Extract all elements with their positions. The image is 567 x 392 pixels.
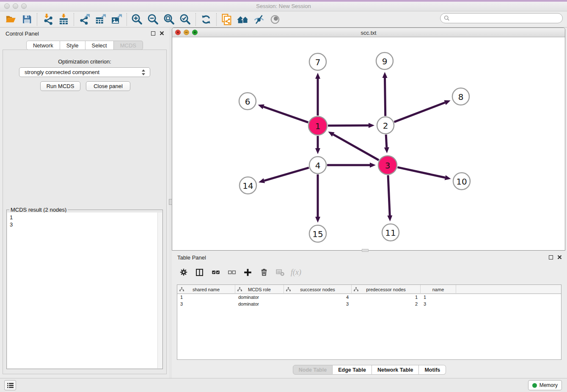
refresh-view-icon[interactable] [198,12,214,27]
task-history-button[interactable] [4,380,16,390]
table-panel: Table Panel [172,251,567,378]
export-table-icon[interactable] [92,12,108,27]
column-header-successor-nodes[interactable]: successor nodes [284,285,352,294]
search-icon [444,15,450,21]
table-cell[interactable]: 4 [284,294,352,301]
open-file-icon[interactable] [3,12,19,27]
zoom-selected-icon[interactable] [177,12,193,27]
criterion-dropdown[interactable]: strongly connected component [19,67,150,77]
graph-node-10[interactable]: 10 [453,173,470,190]
table-rows: 1dominator4113dominator323 [177,294,561,307]
float-table-panel-icon[interactable] [549,255,553,259]
toolbar-separator [216,13,217,26]
list-icon [7,382,14,389]
close-panel-icon[interactable] [160,31,164,36]
table-panel-title: Table Panel [177,254,206,261]
graph-edge-1-6[interactable] [258,105,308,123]
table-cell[interactable]: 2 [352,301,421,307]
function-builder-icon[interactable]: f(x) [290,266,302,279]
mcds-result-list[interactable]: 13 [7,213,162,368]
create-column-icon[interactable] [242,266,253,279]
graph-node-9[interactable]: 9 [376,52,393,69]
graph-edge-4-14[interactable] [259,168,309,183]
graph-node-8[interactable]: 8 [452,88,469,105]
graph-edge-2-9[interactable] [383,72,388,116]
graph-edge-2-3[interactable] [384,135,389,153]
table-row[interactable]: 3dominator323 [177,301,561,307]
tab-style[interactable]: Style [60,41,85,50]
graph-edge-1-4[interactable] [315,136,320,154]
import-table-icon[interactable] [55,12,72,27]
tab-motifs[interactable]: Motifs [419,365,446,375]
first-neighbors-icon[interactable] [235,12,251,27]
graph-node-6[interactable]: 6 [239,93,256,110]
tab-node-table[interactable]: Node Table [293,365,333,375]
graph-edge-4-3[interactable] [327,163,376,168]
result-scrollbar[interactable] [157,213,162,368]
table-cell[interactable]: 3 [421,301,456,307]
column-header-MCDS-role[interactable]: MCDS role [235,285,284,294]
delete-table-icon[interactable] [274,266,286,279]
table-cell[interactable]: dominator [235,301,284,307]
titlebar-accent [0,0,567,2]
table-mode-gear-icon[interactable] [178,266,189,279]
deselect-all-icon[interactable] [226,266,237,279]
run-mcds-button[interactable]: Run MCDS [40,81,80,91]
search-input[interactable] [452,14,562,22]
graph-node-14[interactable]: 14 [239,177,256,194]
column-header-name[interactable]: name [421,285,456,294]
graph-node-3[interactable]: 3 [378,156,397,174]
close-panel-button[interactable]: Close panel [86,81,130,91]
table-tabs: Node TableEdge TableNetwork TableMotifs [172,365,567,375]
optimization-criterion-label: Optimization criterion: [3,58,166,65]
zoom-fit-content-icon[interactable] [161,12,177,27]
table-row[interactable]: 1dominator411 [177,294,561,301]
graph-edge-2-8[interactable] [394,100,451,122]
export-image-icon[interactable] [108,12,124,27]
graph-node-7[interactable]: 7 [309,53,326,70]
graph-edge-1-7[interactable] [315,73,320,116]
close-table-panel-icon[interactable] [557,255,562,259]
delete-column-icon[interactable] [258,266,270,279]
tab-network-table[interactable]: Network Table [372,365,419,375]
show-all-icon[interactable] [267,12,283,27]
float-panel-icon[interactable] [151,31,155,36]
table-cell[interactable]: 1 [352,294,421,301]
graph-node-1[interactable]: 1 [308,116,327,135]
graph-edge-3-11[interactable] [387,175,392,221]
table-cell[interactable]: 3 [284,301,352,307]
control-panel: Control Panel NetworkStyleSelectMCDS Opt… [0,28,169,378]
horizontal-splitter-grip[interactable] [362,249,369,252]
zoom-in-icon[interactable] [129,12,145,27]
new-network-from-selection-icon[interactable] [219,12,235,27]
graph-node-11[interactable]: 11 [382,224,399,241]
save-session-icon[interactable] [19,12,35,27]
zoom-out-icon[interactable] [145,12,161,27]
table-cell[interactable]: dominator [235,294,284,301]
tab-mcds[interactable]: MCDS [114,41,143,50]
svg-text:3: 3 [385,160,391,171]
select-all-icon[interactable] [210,266,221,279]
import-network-icon[interactable] [39,12,55,27]
column-header-shared-name[interactable]: shared name [177,285,235,294]
graph-edge-3-1[interactable] [328,132,379,160]
table-cell[interactable]: 3 [177,301,235,307]
table-cell[interactable]: 1 [421,294,456,301]
graph-node-4[interactable]: 4 [309,157,326,174]
column-header-predecessor-nodes[interactable]: predecessor nodes [352,285,421,294]
window-title: Session: New Session [0,3,567,9]
tab-edge-table[interactable]: Edge Table [333,365,372,375]
export-network-icon[interactable] [76,12,92,27]
memory-button[interactable]: Memory [528,380,562,390]
network-canvas[interactable]: 1234678910111415 [172,37,565,250]
table-cell[interactable]: 1 [177,294,235,301]
tab-select[interactable]: Select [85,41,114,50]
graph-node-15[interactable]: 15 [309,225,326,242]
show-columns-icon[interactable] [194,266,205,279]
graph-edge-3-10[interactable] [397,167,451,180]
graph-node-2[interactable]: 2 [377,117,394,134]
graph-edge-4-15[interactable] [315,174,320,223]
hide-selected-icon[interactable] [251,12,267,27]
graph-edge-1-2[interactable] [328,123,374,128]
tab-network[interactable]: Network [26,41,60,50]
